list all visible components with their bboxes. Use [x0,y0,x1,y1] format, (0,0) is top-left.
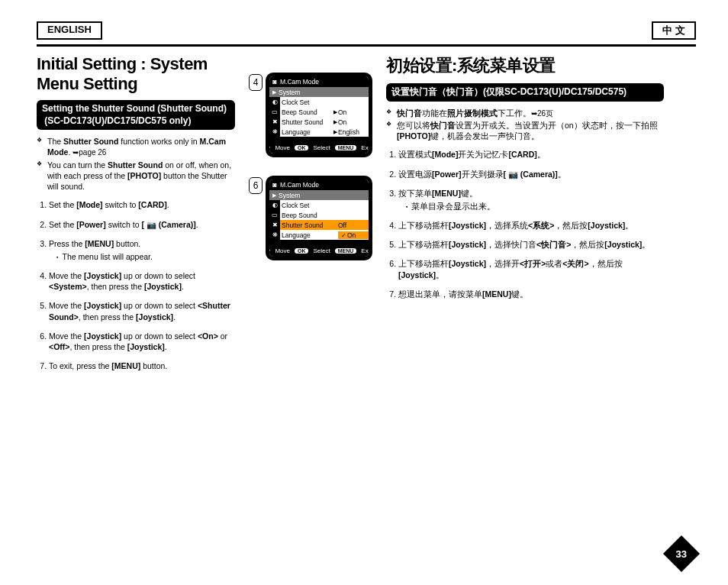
step-4: Move the [Joystick] up or down to select… [49,270,235,292]
tripod-icon: ✖ [269,117,280,127]
fig6-system-row: ▶System [269,190,369,200]
step-3: Press the [MENU] button.The menu list wi… [49,238,235,262]
figure-number-6: 6 [249,177,263,194]
step-7: To exit, press the [MENU] button. [49,360,235,371]
column-english: Initial Setting : System Menu Setting Se… [37,54,235,380]
figure-4: ◙M.Cam Mode ▶System ◐▭✖❋ Clock Set Beep … [266,73,372,157]
step-r4: 上下移动摇杆[Joystick]，选择系统<系统>，然后按[Joystick]。 [398,220,664,231]
gear-icon: ❋ [269,127,280,137]
ok-pill: OK [295,145,309,150]
notes-left: The Shutter Sound function works only in… [37,136,235,192]
gear-icon: ❋ [269,230,280,240]
lang-chinese: 中 文 [652,21,696,40]
camera-icon: ◙ [269,78,280,86]
note-r2: 您可以将快门音设置为开或关。当设置为开（on）状态时，按一下拍照[PHOTO]键… [397,120,664,141]
fig4-row-beep: Beep Sound▶On [280,107,369,117]
subhead-left: Setting the Shutter Sound (Shutter Sound… [37,100,235,130]
fig6-sidebar-icons: ◐▭✖❋ [269,200,280,240]
fig4-header: ◙M.Cam Mode [269,76,369,87]
figure-6: ◙M.Cam Mode ▶System ◐▭✖❋ Clock Set Beep … [266,176,372,260]
note-r1: 快门音功能在照片摄制模式下工作。➥26页 [397,108,664,119]
fig4-footer: ⟡MoveOKSelectMENUExit [269,141,369,154]
step-r6: 上下移动摇杆[Joystick]，选择开<打开>或者<关闭>，然后按[Joyst… [398,258,664,280]
header-row: ENGLISH 中 文 [37,21,696,40]
notes-right: 快门音功能在照片摄制模式下工作。➥26页 您可以将快门音设置为开或关。当设置为开… [386,108,664,142]
step-6: Move the [Joystick] up or down to select… [49,331,235,352]
fig6-row-language: Language✓On [280,230,369,240]
dial-icon: ◐ [269,97,280,107]
fig6-header: ◙M.Cam Mode [269,179,369,190]
tripod-icon: ✖ [269,220,280,230]
card-icon: ▭ [269,210,280,220]
fig6-row-clock: Clock Set [280,200,369,210]
page-number-badge: 33 [663,535,700,572]
fig6-row-shutter: Shutter SoundOff [280,220,369,230]
step-5: Move the [Joystick] up or down to select… [49,300,235,322]
figure-4-wrap: 4 ◙M.Cam Mode ▶System ◐▭✖❋ Clock Set Bee… [249,73,372,157]
step-r3-sub: 菜单目录会显示出来。 [406,201,664,212]
figure-number-4: 4 [249,74,263,91]
step-3-sub: The menu list will appear. [56,251,235,262]
steps-left: Set the [Mode] switch to [CARD]. Set the… [37,199,235,371]
steps-right: 设置模式[Mode]开关为记忆卡[CARD]。 设置电源[Power]开关到摄录… [386,149,664,299]
step-2: Set the [Power] switch to [ 📷 (Camera)]. [49,219,235,230]
menu-pill: MENU [335,145,357,150]
fig6-footer: ⟡MoveOKSelectMENUExit [269,244,369,257]
title-left: Initial Setting : System Menu Setting [37,54,235,94]
check-icon: ✓ [341,232,346,239]
step-r1: 设置模式[Mode]开关为记忆卡[CARD]。 [398,149,664,160]
move-icon: ⟡ [266,247,270,254]
columns: Initial Setting : System Menu Setting Se… [37,54,696,380]
step-1: Set the [Mode] switch to [CARD]. [49,199,235,210]
menu-pill: MENU [335,248,357,254]
divider-top [37,44,696,47]
lang-english: ENGLISH [37,21,102,40]
step-r5: 上下移动摇杆[Joystick]，选择快门音<快门音>，然后按[Joystick… [398,239,664,250]
fig4-row-shutter: Shutter Sound▶On [280,117,369,127]
triangle-icon: ▶ [269,89,279,95]
ok-pill: OK [295,248,309,254]
fig6-row-beep: Beep Sound [280,210,369,220]
step-r7: 想退出菜单，请按菜单[MENU]键。 [398,289,664,299]
fig4-sidebar-icons: ◐▭✖❋ [269,97,280,137]
camera-icon: ◙ [269,181,280,189]
fig4-row-clock: Clock Set [280,97,369,107]
fig4-row-language: Language▶English [280,127,369,137]
dial-icon: ◐ [269,200,280,210]
move-icon: ⟡ [266,144,270,151]
column-figures: 4 ◙M.Cam Mode ▶System ◐▭✖❋ Clock Set Bee… [249,73,372,380]
note-2: You can turn the Shutter Sound on or off… [47,160,235,192]
card-icon: ▭ [269,107,280,117]
fig4-system-row: ▶System [269,87,369,97]
note-1: The Shutter Sound function works only in… [47,136,235,158]
title-right: 初始设置:系统菜单设置 [386,54,664,77]
figure-6-wrap: 6 ◙M.Cam Mode ▶System ◐▭✖❋ Clock Set Bee… [249,176,372,260]
column-chinese: 初始设置:系统菜单设置 设置快门音（快门音）(仅限SC-DC173(U)/DC1… [386,54,664,380]
subhead-right: 设置快门音（快门音）(仅限SC-DC173(U)/DC175/DC575) [386,83,664,102]
step-r3: 按下菜单[MENU]键。菜单目录会显示出来。 [398,188,664,212]
step-r2: 设置电源[Power]开关到摄录[ 📷 (Camera)]。 [398,169,664,179]
triangle-icon: ▶ [269,192,279,199]
